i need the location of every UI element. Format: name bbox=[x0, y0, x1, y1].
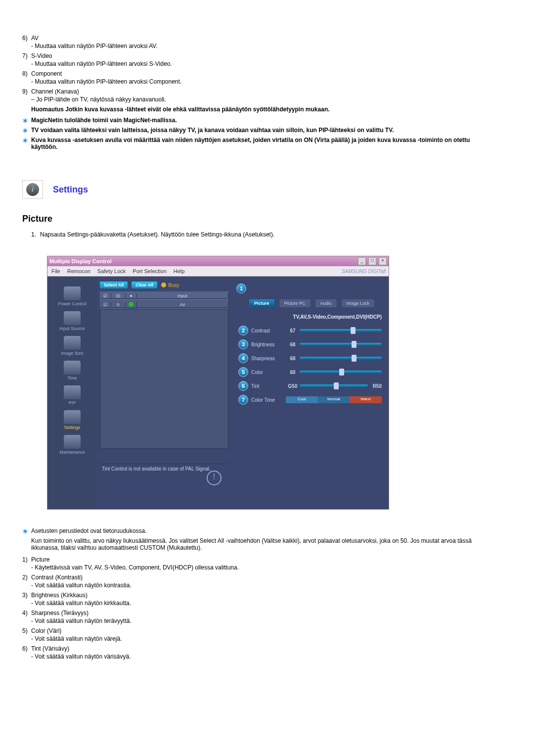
menu-item[interactable]: Port Selection bbox=[133, 268, 166, 274]
grid-empty-rows bbox=[100, 309, 228, 449]
menu-item[interactable]: Safety Lock bbox=[97, 268, 126, 274]
grid-header: ☑ ID ● Input bbox=[100, 291, 228, 300]
slider-value: 68 bbox=[286, 342, 300, 347]
settings-header: i Settings bbox=[22, 180, 472, 199]
menu-item[interactable]: Remocon bbox=[67, 268, 90, 274]
slider-row: 5Color60 bbox=[238, 367, 382, 377]
sidebar-item[interactable]: Time bbox=[47, 361, 97, 380]
select-all-button[interactable]: Select All bbox=[100, 282, 128, 288]
sidebar-item[interactable]: Input Source bbox=[47, 311, 97, 331]
list-item: 5)Color (Väri) bbox=[22, 627, 472, 634]
sidebar-item[interactable]: Settings bbox=[47, 410, 97, 430]
info-icon: ! bbox=[207, 471, 222, 485]
sidebar-icon bbox=[64, 385, 81, 399]
list-item: 3)Brightness (Kirkkaus) bbox=[22, 592, 472, 599]
slider-row: 4Sharpness68 bbox=[238, 353, 382, 363]
sidebar-icon bbox=[64, 311, 81, 325]
maximize-icon[interactable]: □ bbox=[368, 257, 376, 265]
slider[interactable] bbox=[300, 329, 382, 332]
sidebar-icon bbox=[64, 361, 81, 375]
marker-2: 2 bbox=[238, 326, 248, 335]
list-item: 6)AV bbox=[22, 35, 472, 42]
list-sub: – Jo PIP-lähde on TV, näytössä näkyy kan… bbox=[22, 96, 472, 103]
busy-indicator: Busy bbox=[161, 283, 179, 288]
tab[interactable]: Audio bbox=[315, 299, 337, 307]
row-input: AV bbox=[137, 302, 228, 308]
settings-panel: 1 PicturePicture PCAudioImage Lock TV,AV… bbox=[231, 277, 389, 509]
sidebar-icon bbox=[64, 410, 81, 424]
slider-row: 2Contrast67 bbox=[238, 326, 382, 335]
sidebar-item[interactable]: Image Size bbox=[47, 336, 97, 356]
slider[interactable] bbox=[300, 384, 368, 387]
tip-bar: Tint Control is not available in case of… bbox=[100, 464, 228, 473]
slider-value: 68 bbox=[286, 356, 300, 361]
slider-label: Tint bbox=[251, 383, 286, 389]
slider-value: 60 bbox=[286, 370, 300, 375]
brand-label: SAMSUNG DIGITall bbox=[342, 269, 386, 274]
sidebar-icon bbox=[64, 336, 81, 350]
slider[interactable] bbox=[300, 343, 382, 346]
menu-item[interactable]: Help bbox=[174, 268, 185, 274]
settings-title: Settings bbox=[53, 185, 88, 195]
marker-3: 3 bbox=[238, 339, 248, 349]
marker-7: 7 bbox=[238, 395, 248, 405]
step-1: 1. Napsauta Settings-pääkuvaketta (Asetu… bbox=[22, 231, 472, 238]
slider-row: 6TintG50R50 bbox=[238, 381, 382, 391]
tab[interactable]: Image Lock bbox=[342, 299, 375, 307]
list-sub: - Voit säätää valitun näytön kirkkautta. bbox=[22, 600, 472, 607]
tab[interactable]: Picture bbox=[249, 299, 274, 307]
star-note-below: ✶ Asetusten perustiedot ovat tietoruuduk… bbox=[22, 527, 472, 535]
col-input: Input bbox=[137, 293, 228, 299]
list-sub: - Voit säätää valitun näytön värisävyä. bbox=[22, 653, 472, 660]
slider[interactable] bbox=[300, 357, 382, 360]
top-numbered-list: 6)AV- Muuttaa valitun näytön PIP-lähteen… bbox=[22, 35, 472, 103]
slider-label: Contrast bbox=[251, 328, 286, 333]
list-item: 9)Channel (Kanava) bbox=[22, 88, 472, 95]
window-title: Multiple Display Control bbox=[49, 258, 112, 264]
picture-heading: Picture bbox=[22, 214, 472, 224]
step-num: 1. bbox=[31, 231, 40, 238]
menu-item[interactable]: File bbox=[51, 268, 60, 274]
window-titlebar: Multiple Display Control _ □ × bbox=[47, 256, 389, 266]
tone-normal: Normal bbox=[318, 396, 350, 403]
list-item: 4)Sharpness (Terävyys) bbox=[22, 610, 472, 616]
sidebar-icon bbox=[64, 435, 81, 449]
list-sub: - Voit säätää valitun näytön kontrastia. bbox=[22, 582, 472, 589]
list-sub: - Voit säätää valitun näytön värejä. bbox=[22, 635, 472, 642]
para-below: Kun toiminto on valittu, arvo näkyy liuk… bbox=[22, 537, 472, 551]
color-tone-slider[interactable]: Cool Normal Warm bbox=[286, 396, 382, 403]
list-item: 7)S-Video bbox=[22, 52, 472, 59]
status-dot-icon bbox=[126, 302, 137, 308]
slider-value: 67 bbox=[286, 328, 300, 333]
sidebar-item[interactable]: Power Control bbox=[47, 286, 97, 306]
clear-all-button[interactable]: Clear All bbox=[132, 282, 157, 288]
minimize-icon[interactable]: _ bbox=[358, 257, 366, 265]
col-checkbox[interactable]: ☑ bbox=[100, 293, 111, 299]
star-note: ✶MagicNetin tulolähde toimii vain MagicN… bbox=[22, 117, 472, 125]
slider-label: Color bbox=[251, 370, 286, 375]
row-id: 0 bbox=[111, 302, 126, 308]
star-note: ✶TV voidaan valita lähteeksi vain laitte… bbox=[22, 127, 472, 135]
list-sub: - Muuttaa valitun näytön PIP-lähteen arv… bbox=[22, 43, 472, 49]
star-note: ✶Kuva kuvassa -asetuksen avulla voi määr… bbox=[22, 137, 472, 150]
color-tone-row: 7 Color Tone Cool Normal Warm bbox=[238, 395, 382, 405]
close-icon[interactable]: × bbox=[379, 257, 387, 265]
bottom-numbered-list: 1)Picture- Käytettävissä vain TV, AV, S-… bbox=[22, 556, 472, 660]
slider-label: Sharpness bbox=[251, 356, 286, 361]
marker-4: 4 bbox=[238, 353, 248, 363]
sidebar-item[interactable]: Maintenance bbox=[47, 435, 97, 455]
sidebar-icon bbox=[64, 286, 81, 300]
list-item: 6)Tint (Värisävy) bbox=[22, 645, 472, 652]
tab[interactable]: Picture PC bbox=[279, 299, 311, 307]
menubar: FileRemoconSafety LockPort SelectionHelp… bbox=[47, 266, 389, 277]
app-screenshot: Multiple Display Control _ □ × FileRemoc… bbox=[47, 256, 389, 510]
list-item: 2)Contrast (Kontrasti) bbox=[22, 574, 472, 581]
list-sub: - Käytettävissä vain TV, AV, S-Video, Co… bbox=[22, 564, 472, 571]
sidebar-item[interactable]: PIP bbox=[47, 385, 97, 405]
star-icon: ✶ bbox=[22, 127, 31, 135]
window-controls: _ □ × bbox=[357, 257, 387, 265]
tone-cool: Cool bbox=[286, 396, 318, 403]
slider[interactable] bbox=[300, 371, 382, 374]
tabs: PicturePicture PCAudioImage Lock bbox=[249, 299, 382, 307]
grid-row[interactable]: ☑ 0 AV bbox=[100, 300, 228, 309]
